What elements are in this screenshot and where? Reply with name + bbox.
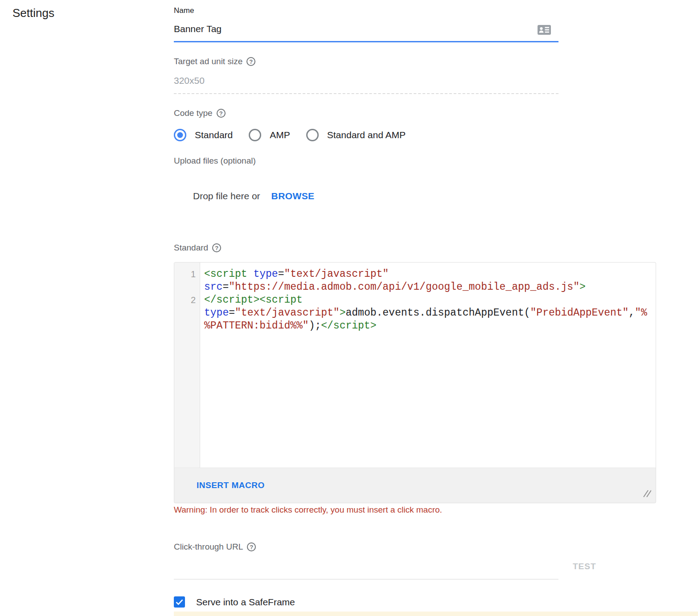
code-editor-footer: INSERT MACRO (174, 468, 656, 503)
upload-files-label: Upload files (optional) (174, 156, 256, 166)
page-title: Settings (12, 6, 54, 20)
drop-file-text: Drop file here or (193, 191, 260, 201)
help-icon[interactable]: ? (217, 109, 226, 118)
code-content[interactable]: <script type="text/javascript"src="https… (200, 263, 656, 468)
radio-icon (306, 129, 319, 141)
browse-button[interactable]: BROWSE (271, 191, 315, 201)
radio-option-amp[interactable]: AMP (249, 129, 290, 141)
click-through-url-input[interactable] (174, 557, 558, 579)
help-icon[interactable]: ? (247, 542, 256, 551)
code-textarea[interactable]: 12 <script type="text/javascript"src="ht… (174, 262, 656, 468)
click-through-url-underline (174, 579, 558, 579)
name-label: Name (174, 6, 194, 15)
code-type-label: Code type ? (174, 108, 226, 118)
standard-code-label: Standard ? (174, 243, 221, 253)
code-editor: 12 <script type="text/javascript"src="ht… (174, 262, 656, 503)
target-ad-unit-size-value[interactable]: 320x50 (174, 75, 205, 86)
name-input-focus-underline (174, 41, 558, 42)
click-through-url-label: Click-through URL ? (174, 542, 256, 552)
insert-macro-button[interactable]: INSERT MACRO (197, 480, 265, 490)
radio-icon (249, 129, 261, 141)
safeframe-row: Serve into a SafeFrame (174, 596, 295, 608)
line-number-gutter: 12 (174, 263, 200, 468)
test-button[interactable]: TEST (573, 562, 596, 571)
help-icon[interactable]: ? (212, 243, 221, 252)
safeframe-label: Serve into a SafeFrame (196, 597, 295, 608)
name-input[interactable]: Banner Tag (174, 24, 222, 34)
radio-icon (174, 129, 186, 141)
target-ad-unit-size-label: Target ad unit size ? (174, 57, 255, 66)
radio-option-standard-and-amp[interactable]: Standard and AMP (306, 129, 406, 141)
help-icon[interactable]: ? (246, 57, 255, 66)
file-drop-zone[interactable]: Drop file here or BROWSE (174, 189, 558, 203)
notice-bar (174, 612, 698, 616)
safeframe-checkbox[interactable] (174, 596, 185, 608)
code-type-radio-group: Standard AMP Standard and AMP (174, 129, 422, 141)
resize-handle-icon[interactable] (642, 489, 651, 499)
contact-card-icon[interactable] (538, 25, 551, 35)
click-macro-warning: Warning: In order to track clicks correc… (174, 505, 442, 515)
radio-option-standard[interactable]: Standard (174, 129, 233, 141)
target-ad-unit-size-underline (174, 93, 558, 94)
creative-settings-page: Settings Name Banner Tag Target ad unit … (0, 0, 698, 616)
